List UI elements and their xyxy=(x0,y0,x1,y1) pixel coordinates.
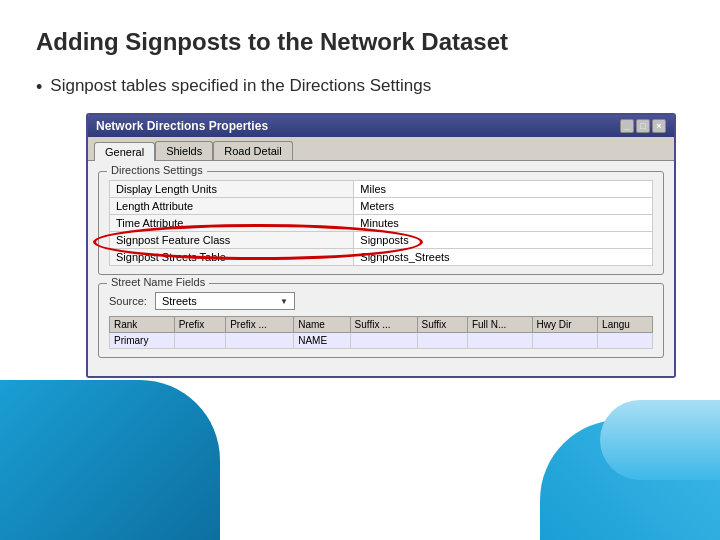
row1-lang xyxy=(598,333,653,349)
col-prefix: Prefix xyxy=(174,317,225,333)
col-lang: Langu xyxy=(598,317,653,333)
property-row-length-attr: Length Attribute Meters xyxy=(110,198,653,215)
row1-suffix1 xyxy=(350,333,417,349)
source-row: Source: Streets ▼ xyxy=(109,292,653,310)
prop-name-time-attr: Time Attribute xyxy=(110,215,354,232)
dropdown-arrow-icon: ▼ xyxy=(280,297,288,306)
source-value: Streets xyxy=(162,295,197,307)
minimize-button[interactable]: _ xyxy=(620,119,634,133)
prop-value-display-length: Miles xyxy=(354,181,653,198)
dialog-title: Network Directions Properties xyxy=(96,119,268,133)
street-name-fields-group: Street Name Fields Source: Streets ▼ xyxy=(98,283,664,358)
maximize-button[interactable]: □ xyxy=(636,119,650,133)
property-row-signpost-class: Signpost Feature Class Signposts xyxy=(110,232,653,249)
prop-name-signpost-class: Signpost Feature Class xyxy=(110,232,354,249)
row1-suffix xyxy=(417,333,467,349)
dialog-body: Directions Settings Display Length Units… xyxy=(88,161,674,376)
prop-value-time-attr: Minutes xyxy=(354,215,653,232)
slide-content: Adding Signposts to the Network Dataset … xyxy=(0,0,720,398)
tab-road-detail[interactable]: Road Detail xyxy=(213,141,292,160)
columns-header-row: Rank Prefix Prefix ... Name Suffix ... S… xyxy=(110,317,653,333)
bullet-item: • Signpost tables specified in the Direc… xyxy=(36,76,684,99)
col-rank: Rank xyxy=(110,317,175,333)
col-suffix: Suffix xyxy=(417,317,467,333)
property-row-time-attr: Time Attribute Minutes xyxy=(110,215,653,232)
titlebar-buttons: _ □ × xyxy=(620,119,666,133)
close-button[interactable]: × xyxy=(652,119,666,133)
bg-decoration-mid xyxy=(600,400,720,480)
row1-fullname xyxy=(467,333,532,349)
bg-decoration-left xyxy=(0,380,220,540)
prop-value-length-attr: Meters xyxy=(354,198,653,215)
property-row-display-length: Display Length Units Miles xyxy=(110,181,653,198)
bullet-text: Signpost tables specified in the Directi… xyxy=(50,76,431,96)
prop-name-display-length: Display Length Units xyxy=(110,181,354,198)
slide-title: Adding Signposts to the Network Dataset xyxy=(36,28,684,56)
row1-prefix xyxy=(174,333,225,349)
table-row[interactable]: Primary NAME xyxy=(110,333,653,349)
street-name-fields-label: Street Name Fields xyxy=(107,276,209,288)
prop-value-signpost-class: Signposts xyxy=(354,232,653,249)
source-dropdown[interactable]: Streets ▼ xyxy=(155,292,295,310)
bullet-marker: • xyxy=(36,76,42,99)
row1-prefix2 xyxy=(226,333,294,349)
col-hwydir: Hwy Dir xyxy=(532,317,598,333)
col-name: Name xyxy=(294,317,350,333)
col-prefix2: Prefix ... xyxy=(226,317,294,333)
dialog-tabs: General Shields Road Detail xyxy=(88,137,674,161)
directions-settings-group: Directions Settings Display Length Units… xyxy=(98,171,664,275)
dialog-window: Network Directions Properties _ □ × Gene… xyxy=(86,113,676,378)
col-suffix1: Suffix ... xyxy=(350,317,417,333)
directions-settings-label: Directions Settings xyxy=(107,164,207,176)
col-fullname: Full N... xyxy=(467,317,532,333)
source-label: Source: xyxy=(109,295,147,307)
tab-shields[interactable]: Shields xyxy=(155,141,213,160)
dialog-titlebar: Network Directions Properties _ □ × xyxy=(88,115,674,137)
row1-hwydir xyxy=(532,333,598,349)
dialog-container: Network Directions Properties _ □ × Gene… xyxy=(86,113,676,378)
row1-rank: Primary xyxy=(110,333,175,349)
prop-name-signpost-streets: Signpost Streets Table xyxy=(110,249,354,266)
columns-table: Rank Prefix Prefix ... Name Suffix ... S… xyxy=(109,316,653,349)
prop-value-signpost-streets: Signposts_Streets xyxy=(354,249,653,266)
property-row-signpost-streets: Signpost Streets Table Signposts_Streets xyxy=(110,249,653,266)
prop-name-length-attr: Length Attribute xyxy=(110,198,354,215)
tab-general[interactable]: General xyxy=(94,142,155,161)
row1-name: NAME xyxy=(294,333,350,349)
properties-table: Display Length Units Miles Length Attrib… xyxy=(109,180,653,266)
